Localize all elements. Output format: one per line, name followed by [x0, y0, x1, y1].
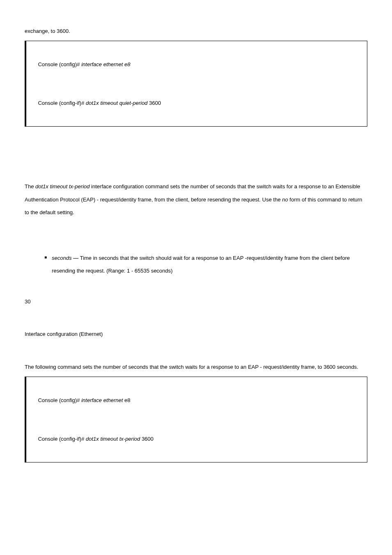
code2-l1-mid: interface ethernet — [80, 397, 124, 403]
bullet-marker: ■ — [44, 252, 52, 277]
desc-b: dot1x timeout tx-period — [35, 183, 90, 190]
code1-l1-rest: interface ethernet e8 — [80, 61, 130, 67]
code2-l2-prefix: Console (config-if)# — [38, 436, 84, 442]
code2-line2: Console (config-if)# dot1x timeout tx-pe… — [32, 419, 361, 458]
code2-l1-arg: e8 — [125, 397, 130, 403]
bullet-body: Time in seconds that the switch should w… — [52, 255, 350, 274]
code-block-2: Console (config)# interface ethernet e8 … — [25, 377, 367, 462]
code1-l2-num: 3600 — [149, 100, 161, 106]
description-paragraph: The dot1x timeout tx-period interface co… — [25, 180, 367, 219]
code2-l2-mid: dot1x timeout tx-period — [84, 436, 141, 442]
bullet-label: seconds — — [52, 255, 78, 261]
code1-line1: Console (config)# interface ethernet e8 — [32, 45, 361, 84]
code2-l1-prefix: Console (config)# — [38, 397, 80, 403]
code1-line2: Console (config-if)# dot1x timeout quiet… — [32, 84, 361, 123]
code1-l1-prefix: Console (config)# — [38, 61, 80, 67]
interface-config-label: Interface configuration (Ethernet) — [25, 328, 367, 340]
desc-d: no — [282, 197, 288, 203]
code1-l2-mid: dot1x timeout quiet-period — [84, 100, 149, 106]
code-block-1: Console (config)# interface ethernet e8 … — [25, 41, 367, 127]
intro-line: exchange, to 3600. — [25, 25, 367, 37]
value-30: 30 — [25, 295, 367, 308]
code2-line1: Console (config)# interface ethernet e8 — [32, 381, 361, 420]
code1-l2-prefix: Console (config-if)# — [38, 100, 84, 106]
bullet-item: ■ seconds — Time in seconds that the swi… — [25, 252, 367, 277]
desc-a: The — [25, 183, 35, 190]
bullet-text: seconds — Time in seconds that the switc… — [52, 252, 367, 277]
code2-l2-num: 3600 — [142, 436, 154, 442]
example-intro: The following command sets the number of… — [25, 361, 367, 373]
